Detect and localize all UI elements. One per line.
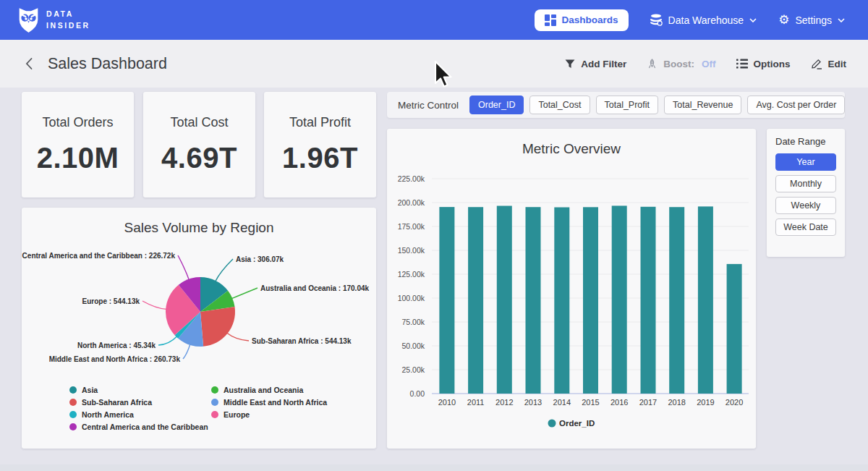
legend-label: Australia and Oceania [224,386,303,394]
legend-item-middle-east-and-north-africa[interactable]: Middle East and North Africa [211,398,327,407]
y-tick-label: 125.00k [398,270,425,279]
pie-label-line [231,288,258,299]
pie-chart-panel: Sales Volume by Region Asia : 306.07kAus… [22,208,376,449]
legend-item-asia[interactable]: Asia [69,386,211,394]
bar-legend-label[interactable]: Order_ID [559,419,595,428]
legend-dot [211,411,218,418]
top-nav: DATA INSIDER Dashboards Data Warehou [0,0,868,40]
date-range-week-date[interactable]: Week Date [775,218,836,236]
gear-icon: ⚙ [778,14,789,26]
pie-label-north-america: North America : 45.34k [77,341,156,349]
back-button[interactable] [22,54,36,73]
page-title: Sales Dashboard [48,55,167,73]
bar-2011[interactable] [468,207,483,394]
legend-dot [211,386,218,394]
x-tick-label: 2010 [438,398,456,407]
bar-chart-title: Metric Overview [387,141,756,157]
bar-2018[interactable] [669,207,684,394]
pie-label-sub-saharan-africa: Sub-Saharan Africa : 544.13k [252,337,352,345]
nav-dashboards-label: Dashboards [562,14,618,25]
metric-chip-avg-cost-per-order[interactable]: Avg. Cost per Order [747,96,845,114]
pie-legend: AsiaAustralia and OceaniaSub-Saharan Afr… [69,386,327,431]
bar-2014[interactable] [554,208,569,394]
bar-2020[interactable] [727,264,742,394]
x-tick-label: 2012 [495,398,513,407]
pie-label-middle-east-and-north-africa: Middle East and North Africa : 260.73k [49,355,181,363]
rocket-icon [647,59,658,69]
legend-dot [69,386,77,394]
bar-2013[interactable] [526,207,541,394]
date-range-panel: Date Range YearMonthlyWeeklyWeek Date [767,129,845,257]
add-filter-button[interactable]: Add Filter [565,59,626,69]
x-tick-label: 2011 [467,398,485,407]
toolbar: Sales Dashboard Add Filter Boost: Off [0,40,868,88]
y-tick-label: 0.00 [410,389,425,398]
x-tick-label: 2015 [582,398,599,407]
y-tick-label: 50.00k [401,341,425,350]
date-range-label: Date Range [775,136,836,147]
x-tick-label: 2019 [697,398,714,407]
edit-button[interactable]: Edit [811,58,847,69]
bar-chart: 0.0025.00k50.00k75.00k100.00k125.00k150.… [387,164,756,433]
pie-label-line [142,301,166,309]
boost-toggle[interactable]: Boost: Off [647,59,715,69]
kpi-card-total-cost: Total Cost4.69T [143,92,255,198]
brand-line-2: INSIDER [46,20,90,32]
y-tick-label: 100.00k [398,294,425,302]
options-button[interactable]: Options [736,59,791,69]
pie-chart-title: Sales Volume by Region [22,220,376,236]
owl-logo-icon [19,7,38,33]
metric-control: Metric Control Order_IDTotal_CostTotal_P… [387,92,845,118]
bar-2010[interactable] [439,207,454,394]
pie-label-australia-and-oceania: Australia and Oceania : 170.04k [260,284,370,292]
chevron-down-icon [838,18,845,22]
y-tick-label: 75.00k [401,318,425,326]
metric-chip-total-profit[interactable]: Total_Profit [596,96,659,114]
pie-slice-sub-saharan-africa[interactable] [200,307,235,347]
bar-2012[interactable] [497,206,512,394]
chevron-down-icon [749,18,757,22]
x-tick-label: 2016 [610,398,628,407]
pie-label-europe: Europe : 544.13k [82,297,140,305]
pie-label-line [158,336,177,345]
list-options-icon [736,59,748,69]
legend-item-north-america[interactable]: North America [69,410,211,419]
y-tick-label: 175.00k [398,222,425,231]
x-tick-label: 2013 [524,398,542,407]
x-tick-label: 2014 [553,398,571,407]
legend-item-australia-and-oceania[interactable]: Australia and Oceania [211,386,327,394]
date-range-year[interactable]: Year [775,153,836,171]
nav-data-warehouse-label: Data Warehouse [668,14,744,26]
nav-dashboards-button[interactable]: Dashboards [535,9,629,31]
y-tick-label: 25.00k [401,365,425,374]
footer-strip [0,464,868,471]
filter-icon [565,59,575,69]
metric-chip-order-id[interactable]: Order_ID [469,96,524,114]
legend-label: Sub-Saharan Africa [82,398,152,407]
brand-logo[interactable]: DATA INSIDER [19,7,90,33]
legend-item-europe[interactable]: Europe [211,410,327,419]
legend-label: North America [82,410,134,419]
pie-label-line [227,333,249,341]
nav-data-warehouse[interactable]: Data Warehouse [650,14,757,26]
metric-chip-total-revenue[interactable]: Total_Revenue [664,96,741,114]
metric-chip-total-cost[interactable]: Total_Cost [529,96,590,114]
date-range-options: YearMonthlyWeeklyWeek Date [775,153,836,236]
nav-settings[interactable]: ⚙ Settings [778,14,845,26]
brand-name: DATA INSIDER [46,9,90,32]
boost-label: Boost: [663,59,694,69]
date-range-weekly[interactable]: Weekly [775,197,836,214]
bar-2016[interactable] [612,205,627,394]
pie-label-asia: Asia : 306.07k [236,255,284,263]
legend-item-central-america-and-the-caribbean[interactable]: Central America and the Caribbean [69,423,211,431]
legend-item-sub-saharan-africa[interactable]: Sub-Saharan Africa [69,398,211,407]
bar-2015[interactable] [583,207,598,394]
bar-2019[interactable] [698,206,713,394]
bar-2017[interactable] [641,207,656,394]
nav-settings-label: Settings [795,14,832,26]
options-label: Options [754,59,791,69]
date-range-monthly[interactable]: Monthly [775,175,836,192]
legend-dot [69,411,77,418]
x-tick-label: 2018 [668,398,685,407]
kpi-label: Total Orders [42,115,113,130]
